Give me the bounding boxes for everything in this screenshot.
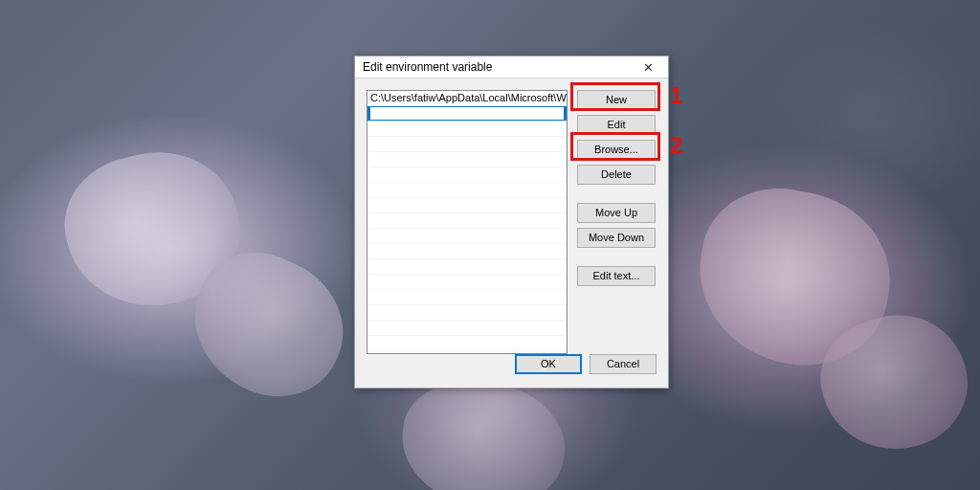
list-item-empty[interactable] (368, 137, 567, 152)
annotation-label-1: 1 (670, 82, 682, 109)
button-gap (577, 253, 656, 266)
move-down-button[interactable]: Move Down (577, 228, 656, 248)
dialog-body: C:\Users\fatiw\AppData\Local\Microsoft\W… (355, 78, 668, 389)
list-item-empty[interactable] (368, 183, 567, 198)
list-item-empty[interactable] (368, 259, 567, 275)
list-item-empty[interactable] (368, 275, 567, 290)
list-item-empty[interactable] (368, 244, 567, 259)
browse-button[interactable]: Browse... (577, 140, 656, 160)
edit-text-button[interactable]: Edit text... (577, 266, 656, 286)
decorative-flower (397, 376, 570, 490)
desktop-background: Edit environment variable ✕ C:\Users\fat… (0, 0, 980, 490)
edit-environment-variable-dialog: Edit environment variable ✕ C:\Users\fat… (354, 56, 669, 389)
dialog-title: Edit environment variable (363, 60, 632, 74)
list-item-empty[interactable] (368, 167, 567, 183)
list-item-empty[interactable] (368, 152, 567, 167)
button-gap (577, 189, 656, 203)
list-item[interactable]: C:\Users\fatiw\AppData\Local\Microsoft\W… (368, 91, 567, 106)
list-item-empty[interactable] (368, 321, 567, 336)
list-item-empty[interactable] (368, 305, 567, 321)
close-icon: ✕ (643, 60, 654, 75)
list-item-empty[interactable] (368, 122, 567, 137)
move-up-button[interactable]: Move Up (577, 203, 656, 223)
annotation-label-2: 2 (670, 132, 682, 159)
path-listbox[interactable]: C:\Users\fatiw\AppData\Local\Microsoft\W… (367, 90, 568, 354)
list-item-empty[interactable] (368, 198, 567, 213)
edit-button[interactable]: Edit (577, 115, 656, 135)
list-item-empty[interactable] (368, 336, 567, 351)
list-item-input[interactable] (370, 107, 564, 120)
side-button-column: New Edit Browse... Delete Move Up Move D… (577, 90, 656, 291)
list-item-empty[interactable] (368, 290, 567, 305)
new-button[interactable]: New (577, 90, 656, 110)
dialog-titlebar[interactable]: Edit environment variable ✕ (355, 56, 668, 78)
ok-button[interactable]: OK (515, 354, 582, 374)
list-item-empty[interactable] (368, 213, 567, 229)
list-item-text: C:\Users\fatiw\AppData\Local\Microsoft\W… (370, 92, 568, 103)
close-button[interactable]: ✕ (632, 57, 664, 77)
cancel-button[interactable]: Cancel (590, 354, 657, 374)
dialog-bottom-buttons: OK Cancel (355, 354, 668, 379)
delete-button[interactable]: Delete (577, 165, 656, 185)
list-item-empty[interactable] (368, 229, 567, 244)
list-item-editing[interactable] (368, 106, 567, 122)
